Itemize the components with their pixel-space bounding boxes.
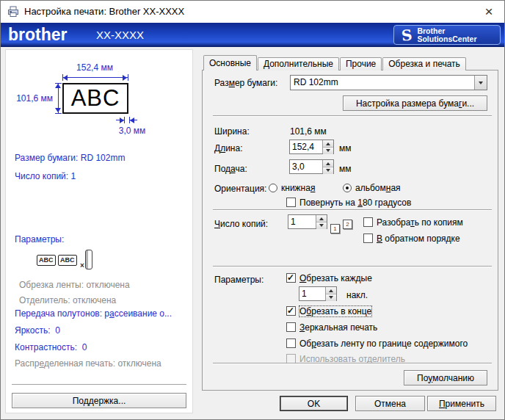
solutions-line2: SolutionsCenter [417, 35, 476, 43]
cut-every-label[interactable]: Обрезать каждые [299, 273, 372, 283]
ok-button[interactable]: OK [280, 396, 348, 411]
collate-pages-icon: 2 1 [330, 220, 352, 233]
feed-spinner[interactable]: 3,0 [289, 159, 334, 174]
cut-every-checkbox-row[interactable]: Обрезать каждые [286, 273, 372, 283]
radio-portrait[interactable]: книжная [269, 183, 315, 193]
arrow-up-icon [55, 84, 61, 88]
label-preview: ABC [62, 83, 128, 114]
tab-crop-print[interactable]: Обрезка и печать [382, 57, 466, 70]
tab-page-basic: Размер бумаги: RD 102mm Настройка размер… [202, 70, 498, 391]
summary-distributed: Распределенная печать: отключена [15, 358, 161, 369]
spin-up-button[interactable] [323, 160, 333, 167]
cut-at-end-checkbox-row[interactable]: Обрезать в конце [286, 306, 371, 316]
summary-paper-size: Размер бумаги: RD 102mm [15, 153, 125, 163]
collate-label[interactable]: Разобрать по копиям [377, 217, 463, 228]
feed-unit: мм [339, 164, 352, 174]
copies-label: Число копий: [214, 219, 268, 229]
spin-down-button[interactable] [323, 167, 333, 174]
paper-size-select[interactable]: RD 102mm [290, 75, 487, 90]
divider [213, 266, 492, 267]
width-value: 101,6 мм [290, 126, 327, 137]
cut-mark-icon: × [80, 261, 84, 269]
label-abc-icon: ABC [37, 255, 56, 266]
apply-button[interactable]: Применить [427, 396, 496, 411]
spin-down-button[interactable] [316, 222, 327, 229]
dropdown-arrow-icon[interactable] [474, 76, 487, 90]
label-abc-icon: ABC [58, 255, 77, 266]
spin-down-button[interactable] [326, 294, 336, 301]
trim-tape-checkbox[interactable] [286, 338, 296, 348]
solutions-center-button[interactable]: S BrotherSolutionsCenter [393, 25, 501, 45]
tab-advanced[interactable]: Дополнительные [258, 57, 339, 70]
preview-feed-dim: 3,0 мм [109, 126, 156, 136]
cancel-button[interactable]: Отмена [355, 396, 425, 411]
radio-circle-icon[interactable] [343, 184, 352, 192]
summary-peeler: Отделитель: отключена [19, 295, 116, 305]
summary-contrast: Контрастность: 0 [15, 342, 87, 352]
portrait-label[interactable]: книжная [281, 183, 315, 193]
window-title: Настройка печати: Brother XX-XXXX [24, 6, 184, 17]
media-roll-icon [85, 250, 92, 269]
settings-tab-control: Размер бумаги: RD 102mm Настройка размер… [202, 55, 500, 391]
feed-arrow-right-icon [120, 117, 124, 123]
paper-setup-button[interactable]: Настройка размера бумаги... [343, 95, 487, 111]
radio-landscape[interactable]: альбомная [343, 183, 401, 193]
reverse-order-checkbox[interactable] [363, 233, 373, 243]
cut-at-end-checkbox[interactable] [286, 306, 296, 316]
feed-arrow-left-icon [130, 117, 134, 123]
support-button[interactable]: Поддержка... [12, 393, 186, 408]
cut-at-end-label[interactable]: Обрезать в конце [299, 306, 371, 316]
print-settings-dialog: Настройка печати: Brother XX-XXXX × brot… [0, 0, 505, 420]
length-unit: мм [339, 143, 352, 153]
rotate-180-checkbox-row[interactable]: Повернуть на 180 градусов [286, 198, 411, 208]
trim-tape-checkbox-row[interactable]: Обрезать ленту по границе содержимого [286, 338, 468, 349]
preview-height-dim: 101,6 мм [7, 93, 53, 104]
brother-logo: brother [8, 25, 68, 45]
mirror-print-checkbox[interactable] [286, 322, 296, 332]
copies-value[interactable]: 1 [288, 215, 316, 228]
rotate-180-checkbox[interactable] [286, 198, 296, 207]
reverse-order-label[interactable]: В обратном порядке [377, 233, 460, 244]
paper-size-label: Размер бумаги: [214, 78, 277, 88]
printer-model: XX-XXXX [96, 29, 144, 41]
defaults-button[interactable]: По умолчанию [404, 370, 487, 385]
title-bar: Настройка печати: Brother XX-XXXX × [1, 1, 504, 23]
spin-down-button[interactable] [323, 148, 333, 154]
divider [12, 384, 186, 385]
divider [213, 363, 492, 364]
brand-header: brother XX-XXXX S BrotherSolutionsCenter [1, 23, 504, 47]
summary-copies: Число копий: 1 [15, 171, 76, 181]
collate-checkbox[interactable] [363, 217, 373, 227]
cut-every-checkbox[interactable] [286, 273, 296, 283]
mirror-print-checkbox-row[interactable]: Зеркальная печать [286, 322, 377, 333]
length-label: Длина: [214, 143, 243, 153]
tab-strip: Основные Дополнительные Прочие Обрезка и… [203, 55, 467, 70]
cut-every-spinner[interactable]: 1 [299, 286, 337, 301]
landscape-label[interactable]: альбомная [355, 183, 401, 193]
tab-basic[interactable]: Основные [203, 55, 257, 70]
paper-size-value: RD 102mm [291, 76, 474, 90]
trim-tape-label[interactable]: Обрезать ленту по границе содержимого [299, 338, 468, 349]
cut-every-value[interactable]: 1 [299, 287, 325, 300]
preview-width-dim: 152,4 мм [47, 62, 142, 73]
printer-icon [7, 6, 19, 18]
options-label: Параметры: [214, 275, 264, 285]
spin-up-button[interactable] [323, 140, 333, 148]
summary-tape-cut: Обрезка ленты: отключена [19, 280, 130, 290]
reverse-order-checkbox-row[interactable]: В обратном порядке [363, 233, 460, 244]
spin-up-button[interactable] [326, 287, 336, 294]
radio-circle-icon[interactable] [269, 184, 277, 192]
feed-value[interactable]: 3,0 [290, 160, 322, 173]
width-label: Ширина: [214, 126, 250, 137]
mirror-print-label[interactable]: Зеркальная печать [299, 322, 377, 333]
rotate-180-label[interactable]: Повернуть на 180 градусов [299, 198, 411, 208]
copies-spinner[interactable]: 1 [288, 214, 327, 229]
tab-other[interactable]: Прочие [340, 57, 382, 70]
spin-up-button[interactable] [316, 215, 327, 222]
collate-checkbox-row[interactable]: Разобрать по копиям [363, 217, 463, 228]
length-spinner[interactable]: 152,4 [289, 140, 334, 154]
close-icon[interactable]: × [478, 1, 500, 22]
length-value[interactable]: 152,4 [290, 140, 322, 153]
summary-options-heading: Параметры: [15, 234, 64, 245]
orientation-label: Ориентация: [214, 184, 266, 194]
